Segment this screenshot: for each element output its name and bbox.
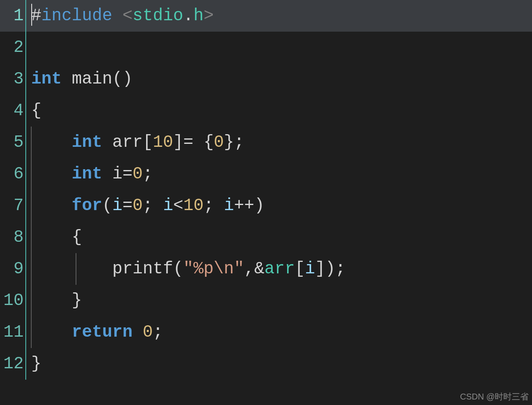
tok: ) [254, 196, 264, 215]
code-content[interactable]: int i=0; [26, 158, 153, 190]
code-content[interactable]: int arr[10]= {0}; [26, 127, 244, 158]
tok: return [72, 323, 133, 342]
tok: " [234, 259, 244, 278]
code-content[interactable]: { [26, 95, 41, 127]
code-line[interactable]: 5 int arr[10]= {0}; [0, 127, 532, 158]
tok: ) [122, 70, 133, 89]
tok: = [183, 133, 193, 152]
line-number: 4 [0, 95, 26, 127]
tok: stdio [133, 6, 183, 25]
tok: ( [173, 259, 183, 278]
tok: i [112, 196, 122, 215]
tok: ; [204, 196, 214, 215]
tok [31, 259, 112, 278]
code-editor[interactable]: 1 #include <stdio.h> 2 3 int main() 4 { … [0, 0, 532, 405]
line-number: 2 [0, 32, 26, 63]
code-line[interactable]: 10 } [0, 285, 532, 316]
code-content[interactable]: { [26, 221, 82, 253]
code-line[interactable]: 2 [0, 32, 532, 63]
tok: for [72, 196, 102, 215]
tok: < [173, 196, 183, 215]
code-content[interactable]: printf("%p\n",&arr[i]); [26, 253, 345, 285]
line-number: 5 [0, 127, 26, 158]
tok: # [31, 6, 41, 25]
tok: = [122, 196, 133, 215]
tok: > [204, 6, 214, 25]
tok: main [72, 70, 112, 89]
tok: ( [102, 196, 112, 215]
tok: . [183, 6, 193, 25]
code-line[interactable]: 8 { [0, 221, 532, 253]
indent-guide [31, 190, 32, 221]
tok: { [31, 101, 41, 120]
line-number: 1 [0, 0, 26, 32]
text-cursor [31, 4, 32, 26]
tok: int [72, 133, 102, 152]
line-number: 8 [0, 221, 26, 253]
code-line[interactable]: 1 #include <stdio.h> [0, 0, 532, 32]
tok: } [224, 133, 234, 152]
code-content[interactable]: int main() [26, 63, 133, 95]
code-content[interactable]: #include <stdio.h> [26, 0, 214, 32]
tok [133, 323, 143, 342]
tok: [ [143, 133, 153, 152]
code-line[interactable]: 4 { [0, 95, 532, 127]
tok [31, 323, 72, 342]
tok [31, 291, 72, 310]
tok: ; [143, 165, 153, 184]
tok: ] [315, 259, 325, 278]
line-number: 9 [0, 253, 26, 285]
tok: < [122, 6, 133, 25]
code-content[interactable]: return 0; [26, 316, 163, 348]
tok: \n [214, 259, 234, 278]
code-content[interactable]: for(i=0; i<10; i++) [26, 190, 264, 221]
tok: i [305, 259, 315, 278]
line-number: 7 [0, 190, 26, 221]
code-content[interactable]: } [26, 348, 41, 380]
code-line[interactable]: 7 for(i=0; i<10; i++) [0, 190, 532, 221]
tok: int [31, 70, 62, 89]
line-number: 11 [0, 316, 26, 348]
tok: ; [143, 196, 153, 215]
line-number: 3 [0, 63, 26, 95]
tok: 0 [143, 323, 153, 342]
tok [31, 196, 72, 215]
tok: ) [325, 259, 335, 278]
line-number: 12 [0, 348, 26, 380]
tok: , [244, 259, 254, 278]
tok: ; [335, 259, 345, 278]
tok: 10 [183, 196, 204, 215]
code-line[interactable]: 6 int i=0; [0, 158, 532, 190]
tok: } [31, 354, 41, 373]
tok: " [183, 259, 193, 278]
tok: & [254, 259, 264, 278]
tok: { [72, 228, 82, 247]
tok: 0 [133, 165, 143, 184]
tok: h [193, 6, 204, 25]
tok: arr [264, 259, 295, 278]
tok: int [72, 165, 102, 184]
code-content[interactable]: } [26, 285, 82, 316]
tok: ; [153, 323, 163, 342]
tok: = [122, 165, 133, 184]
tok: i [163, 196, 173, 215]
tok: [ [295, 259, 305, 278]
indent-guide [31, 253, 32, 285]
code-line[interactable]: 11 return 0; [0, 316, 532, 348]
tok: } [72, 291, 82, 310]
line-number: 10 [0, 285, 26, 316]
tok: arr [112, 133, 143, 152]
code-line[interactable]: 12 } [0, 348, 532, 380]
tok: %p [193, 259, 214, 278]
code-content[interactable] [26, 32, 31, 63]
code-line[interactable]: 9 printf("%p\n",&arr[i]); [0, 253, 532, 285]
tok: include [41, 6, 112, 25]
tok: ; [234, 133, 244, 152]
tok [62, 70, 72, 89]
tok [102, 133, 112, 152]
code-line[interactable]: 3 int main() [0, 63, 532, 95]
tok: printf [112, 259, 173, 278]
tok [214, 196, 224, 215]
tok: { [204, 133, 214, 152]
indent-guide [31, 285, 32, 316]
